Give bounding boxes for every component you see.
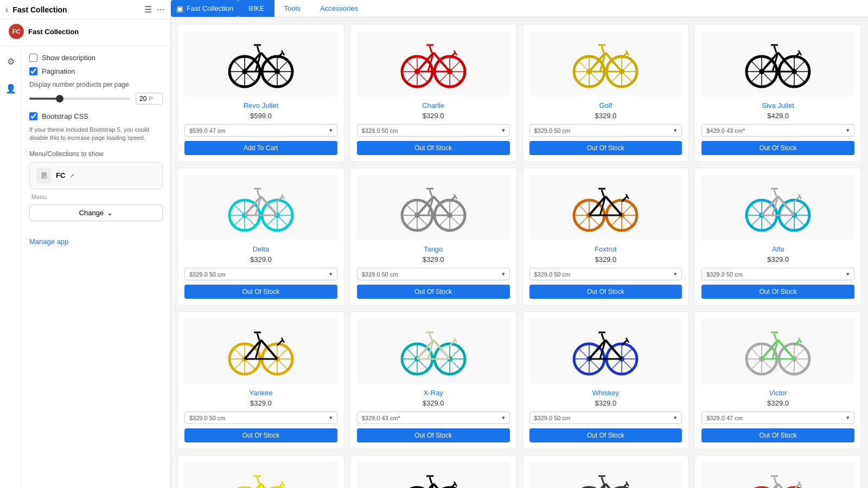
- variant-chevron-icon: ▾: [674, 271, 677, 278]
- product-price: $329.0: [595, 112, 616, 120]
- svg-line-269: [257, 477, 259, 484]
- out-of-stock-button[interactable]: Out Of Stock: [184, 428, 337, 442]
- product-card: ... $329.0 $329.0 50 cm ▾ Out Of Stock: [177, 455, 344, 488]
- slider-fill: [29, 98, 60, 100]
- product-name[interactable]: X-Ray: [424, 389, 443, 397]
- product-name[interactable]: Yankee: [249, 389, 272, 397]
- variant-value: $329.0 47 cm: [706, 415, 743, 421]
- product-name[interactable]: Siva Juliet: [762, 101, 794, 110]
- product-card: ... $329.0 $329.0 50 cm ▾ Out Of Stock: [694, 455, 861, 488]
- product-name[interactable]: Whiskey: [592, 389, 619, 397]
- variant-selector[interactable]: $329.0 50 cm ▾: [529, 412, 682, 424]
- out-of-stock-button[interactable]: Out Of Stock: [357, 141, 510, 155]
- product-price: $329.0: [250, 255, 272, 264]
- variant-value: $329.0 50 cm: [706, 271, 743, 278]
- nav-tab-bike-label: BIKE: [248, 4, 265, 12]
- slider-track[interactable]: [29, 98, 130, 100]
- svg-line-332: [774, 477, 776, 484]
- bootstrap-checkbox[interactable]: [29, 112, 37, 120]
- out-of-stock-button[interactable]: Out Of Stock: [529, 428, 682, 442]
- change-button[interactable]: Change ⌄: [29, 204, 163, 221]
- more-icon[interactable]: ⋯: [156, 4, 165, 15]
- product-name[interactable]: Delta: [253, 245, 269, 253]
- product-name[interactable]: Foxtrot: [595, 245, 616, 253]
- slider-p-label: P: [149, 95, 152, 102]
- show-description-label: Show description: [42, 54, 95, 62]
- product-name[interactable]: Charlie: [422, 101, 444, 110]
- product-card: Yankee $329.0 $329.0 50 cm ▾ Out Of Stoc…: [177, 311, 344, 450]
- variant-selector[interactable]: $599.0 47 cm ▾: [184, 124, 337, 137]
- variant-selector[interactable]: $329.0 50 cm ▾: [184, 268, 337, 280]
- product-name[interactable]: Victor: [769, 389, 787, 397]
- display-label: Display number products per page: [29, 81, 163, 88]
- out-of-stock-button[interactable]: Out Of Stock: [357, 285, 510, 299]
- product-name[interactable]: Alfa: [772, 245, 784, 253]
- variant-selector[interactable]: $329.0 50 cm ▾: [184, 412, 337, 424]
- out-of-stock-button[interactable]: Out Of Stock: [701, 141, 854, 155]
- nav-tab-accessories[interactable]: Accessories: [310, 0, 368, 17]
- svg-line-38: [430, 46, 432, 53]
- variant-chevron-icon: ▾: [846, 127, 850, 134]
- menu-fc: FC: [56, 171, 65, 179]
- product-price: $329.0: [250, 399, 272, 407]
- collection-badge: ▣ Fast Collection: [171, 0, 239, 17]
- out-of-stock-button[interactable]: Out Of Stock: [701, 285, 854, 299]
- variant-selector[interactable]: $329.0 50 cm ▾: [357, 268, 510, 280]
- product-card: Delta $329.0 $329.0 50 cm ▾ Out Of Stock: [177, 168, 344, 306]
- product-name[interactable]: Golf: [599, 101, 612, 110]
- variant-selector[interactable]: $329.0 50 cm ▾: [529, 124, 682, 137]
- product-image: [184, 175, 337, 240]
- out-of-stock-button[interactable]: Out Of Stock: [529, 141, 682, 155]
- slider-thumb[interactable]: [56, 95, 63, 102]
- product-price: $329.0: [423, 255, 444, 264]
- product-image: [701, 318, 854, 383]
- menu-collections-label: Menu/Collections to show: [29, 150, 163, 158]
- list-icon[interactable]: ☰: [144, 4, 152, 15]
- product-card: Alfa $329.0 $329.0 50 cm ▾ Out Of Stock: [694, 168, 861, 306]
- variant-selector[interactable]: $429.0 43 cm* ▾: [701, 124, 854, 137]
- pagination-checkbox[interactable]: [29, 67, 37, 75]
- variant-selector[interactable]: $329.0 50 cm ▾: [701, 268, 854, 280]
- show-description-checkbox[interactable]: [29, 54, 37, 62]
- out-of-stock-button[interactable]: Out Of Stock: [529, 285, 682, 299]
- variant-selector[interactable]: $329.0 43 cm* ▾: [357, 412, 510, 424]
- display-number-row: Display number products per page 20 P: [29, 81, 163, 105]
- change-chevron-icon: ⌄: [107, 209, 113, 217]
- nav-dropdown-bar: ▣ Fast Collection BIKE Tools Accessories: [171, 0, 868, 17]
- product-card: Tango $329.0 $329.0 50 cm ▾ Out Of Stock: [350, 168, 517, 306]
- variant-value: $329.0 50 cm: [534, 415, 571, 421]
- variant-selector[interactable]: $329.0 50 cm ▾: [529, 268, 682, 280]
- product-card: ... $329.0 $329.0 50 cm ▾ Out Of Stock: [350, 455, 517, 488]
- menu-link-icon[interactable]: ➚: [69, 172, 74, 179]
- nav-tab-tools[interactable]: Tools: [275, 0, 310, 17]
- product-price: $329.0: [767, 255, 789, 264]
- variant-chevron-icon: ▾: [502, 127, 505, 134]
- product-image: [701, 462, 854, 488]
- nav-users-icon[interactable]: 👤: [2, 80, 20, 97]
- menu-box: 🖹 FC ➚: [29, 162, 163, 189]
- sidebar-top-title: Fast Collection: [12, 5, 140, 14]
- menu-fc-group: FC ➚: [56, 171, 74, 179]
- product-card: X-Ray $329.0 $329.0 43 cm* ▾ Out Of Stoc…: [350, 311, 517, 450]
- svg-line-143: [602, 190, 604, 196]
- product-price: $329.0: [423, 112, 444, 120]
- variant-selector[interactable]: $329.0 50 cm ▾: [357, 124, 510, 137]
- nav-tab-bike[interactable]: BIKE: [239, 0, 275, 17]
- bootstrap-label: Bootstrap CSS: [42, 112, 88, 120]
- slider-value-box: 20 P: [136, 93, 163, 105]
- variant-chevron-icon: ▾: [329, 271, 333, 278]
- out-of-stock-button[interactable]: Out Of Stock: [357, 428, 510, 442]
- variant-chevron-icon: ▾: [329, 414, 333, 421]
- manage-app-link[interactable]: Manage app: [29, 237, 68, 246]
- out-of-stock-button[interactable]: Out Of Stock: [184, 285, 337, 299]
- product-name[interactable]: Tango: [424, 245, 443, 253]
- product-image: [357, 462, 510, 488]
- variant-selector[interactable]: $329.0 47 cm ▾: [701, 412, 854, 424]
- out-of-stock-button[interactable]: Out Of Stock: [701, 428, 854, 442]
- back-icon[interactable]: ‹: [5, 5, 8, 15]
- add-to-cart-button[interactable]: Add To Cart: [184, 141, 337, 155]
- variant-chevron-icon: ▾: [674, 127, 677, 134]
- svg-line-122: [430, 190, 432, 196]
- nav-settings-icon[interactable]: ⚙: [2, 53, 20, 70]
- product-name[interactable]: Revo Juliet: [244, 101, 278, 110]
